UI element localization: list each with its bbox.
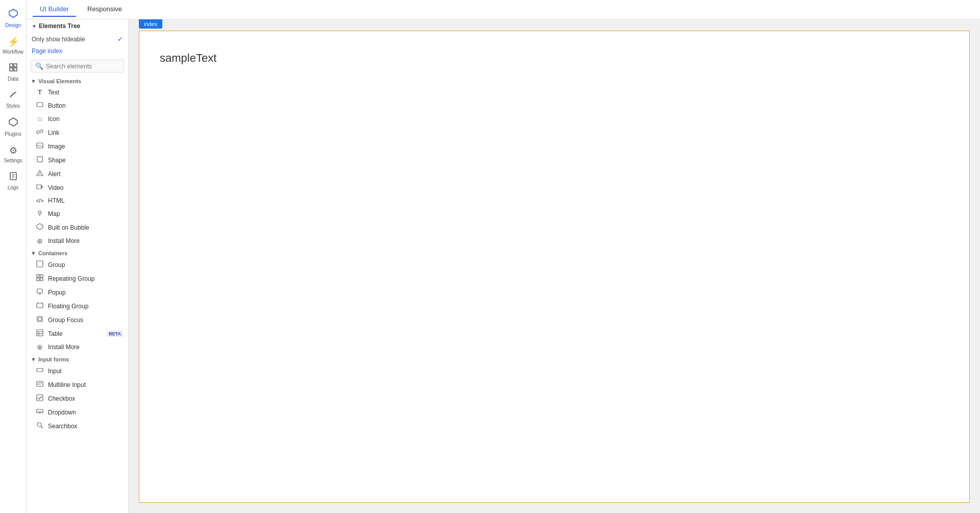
nav-workflow[interactable]: ⚡ Workflow xyxy=(0,32,26,59)
install-more-visual-label: Install More xyxy=(48,237,123,245)
link-icon xyxy=(36,128,44,137)
tab-ui-builder[interactable]: UI Builder xyxy=(33,2,76,17)
only-show-hideable-label: Only show hideable xyxy=(32,36,85,43)
nav-plugins[interactable]: Plugins xyxy=(0,113,26,141)
sidebar-item-input[interactable]: Input xyxy=(27,364,128,378)
html-label: HTML xyxy=(48,197,123,204)
svg-marker-19 xyxy=(41,186,43,188)
sidebar-item-floating-group[interactable]: Floating Group xyxy=(27,299,128,313)
sidebar-item-video[interactable]: Video xyxy=(27,181,128,194)
nav-settings[interactable]: ⚙ Settings xyxy=(0,141,26,167)
nav-data[interactable]: Data xyxy=(0,59,26,86)
sidebar-item-button[interactable]: Button xyxy=(27,99,128,112)
svg-rect-14 xyxy=(37,157,42,162)
sidebar-item-built-on-bubble[interactable]: Built on Bubble xyxy=(27,221,128,234)
search-icon: 🔍 xyxy=(35,62,43,70)
map-label: Map xyxy=(48,210,123,217)
nav-styles-label: Styles xyxy=(6,103,20,109)
nav-settings-label: Settings xyxy=(4,158,22,163)
repeating-group-label: Repeating Group xyxy=(48,275,123,282)
canvas-area: index sampleText xyxy=(129,19,980,513)
sidebar-item-image[interactable]: Image xyxy=(27,139,128,153)
svg-rect-1 xyxy=(10,64,13,67)
nav-plugins-label: Plugins xyxy=(5,131,21,137)
sidebar-item-repeating-group[interactable]: Repeating Group xyxy=(27,272,128,285)
sidebar-item-searchbox[interactable]: Searchbox xyxy=(27,419,128,433)
shape-label: Shape xyxy=(48,157,123,164)
sidebar-item-alert[interactable]: Alert xyxy=(27,167,128,181)
data-icon xyxy=(9,63,18,75)
svg-rect-40 xyxy=(37,369,43,372)
svg-rect-35 xyxy=(38,317,41,321)
svg-rect-12 xyxy=(37,103,43,107)
page-index-link[interactable]: Page index xyxy=(27,45,128,57)
sidebar-item-multiline-input[interactable]: Multiline Input xyxy=(27,378,128,392)
searchbox-icon xyxy=(36,422,44,430)
nav-logs-label: Logs xyxy=(8,185,19,190)
svg-rect-3 xyxy=(10,68,13,71)
svg-rect-31 xyxy=(37,303,43,308)
svg-point-17 xyxy=(40,175,40,175)
visual-elements-arrow: ▼ xyxy=(31,78,36,84)
svg-rect-25 xyxy=(40,275,43,277)
alert-icon xyxy=(36,169,44,178)
video-icon xyxy=(36,183,44,192)
nav-styles[interactable]: Styles xyxy=(0,86,26,113)
canvas-tab[interactable]: index xyxy=(139,19,162,29)
sidebar-item-checkbox[interactable]: Checkbox xyxy=(27,392,128,405)
nav-design[interactable]: Design xyxy=(0,4,26,32)
top-bar: UI Builder Responsive xyxy=(27,0,980,19)
elements-tree-header[interactable]: ▼ Elements Tree xyxy=(27,19,128,33)
text-icon: T xyxy=(36,88,44,96)
sidebar-item-text[interactable]: T Text xyxy=(27,86,128,99)
svg-rect-44 xyxy=(37,395,43,401)
tab-responsive[interactable]: Responsive xyxy=(80,2,129,17)
dropdown-label: Dropdown xyxy=(48,409,123,416)
elements-tree-label: Elements Tree xyxy=(39,22,80,30)
sidebar-item-dropdown[interactable]: Dropdown xyxy=(27,405,128,419)
svg-rect-27 xyxy=(40,278,43,281)
only-show-hideable-toggle[interactable]: Only show hideable ✓ xyxy=(27,33,128,45)
visual-elements-label: Visual Elements xyxy=(38,78,81,84)
containers-section[interactable]: ▼ Containers xyxy=(27,248,128,258)
svg-rect-18 xyxy=(37,185,41,189)
search-input[interactable] xyxy=(46,63,119,70)
install-more-visual-icon: ⊕ xyxy=(36,237,44,245)
link-label: Link xyxy=(48,129,123,136)
table-label: Table xyxy=(48,330,103,337)
button-icon xyxy=(36,101,44,110)
table-icon xyxy=(36,329,44,338)
content-area: ▼ Elements Tree Only show hideable ✓ Pag… xyxy=(27,19,980,513)
sidebar-item-install-more-visual[interactable]: ⊕ Install More xyxy=(27,234,128,248)
text-label: Text xyxy=(48,89,123,96)
sidebar-item-html[interactable]: </> HTML xyxy=(27,194,128,207)
input-forms-section[interactable]: ▼ Input forms xyxy=(27,354,128,364)
sidebar-item-shape[interactable]: Shape xyxy=(27,153,128,167)
sidebar-item-group[interactable]: Group xyxy=(27,258,128,272)
sidebar-item-link[interactable]: Link xyxy=(27,126,128,139)
containers-arrow: ▼ xyxy=(31,250,36,256)
svg-rect-23 xyxy=(37,261,43,267)
group-label: Group xyxy=(48,261,123,268)
sidebar-item-group-focus[interactable]: Group Focus xyxy=(27,313,128,327)
floating-group-label: Floating Group xyxy=(48,303,123,310)
image-label: Image xyxy=(48,143,123,150)
sidebar-item-table[interactable]: Table BETA xyxy=(27,327,128,340)
group-icon xyxy=(36,260,44,269)
visual-elements-section[interactable]: ▼ Visual Elements xyxy=(27,76,128,86)
sidebar-item-install-more-containers[interactable]: ⊕ Install More xyxy=(27,340,128,354)
nav-logs[interactable]: Logs xyxy=(0,167,26,194)
button-label: Button xyxy=(48,102,123,109)
input-icon xyxy=(36,367,44,375)
design-icon xyxy=(8,8,18,21)
multiline-input-label: Multiline Input xyxy=(48,381,123,388)
sidebar-item-map[interactable]: Map xyxy=(27,207,128,221)
sidebar-item-popup[interactable]: Popup xyxy=(27,285,128,299)
svg-rect-4 xyxy=(14,68,17,71)
input-forms-label: Input forms xyxy=(38,356,69,362)
floating-group-icon xyxy=(36,302,44,310)
input-forms-arrow: ▼ xyxy=(31,356,36,362)
sidebar-item-icon[interactable]: ☆ Icon xyxy=(27,112,128,126)
svg-marker-7 xyxy=(9,118,17,126)
built-on-bubble-label: Built on Bubble xyxy=(48,224,123,231)
